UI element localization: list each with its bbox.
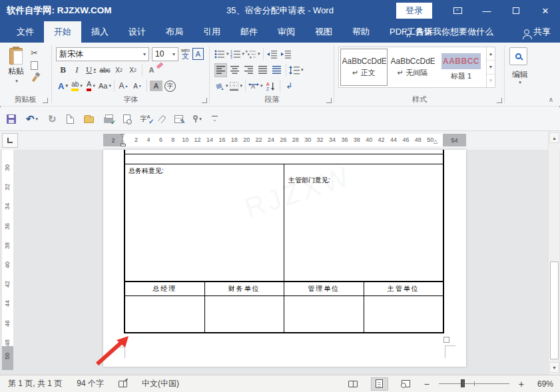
page-count-status[interactable]: 第 1 页, 共 1 页 — [8, 378, 62, 389]
word-count-status[interactable]: 94 个字 — [77, 378, 104, 389]
maximize-button[interactable] — [501, 0, 531, 21]
sign-empty-cell[interactable] — [205, 296, 285, 332]
vertical-scrollbar[interactable]: ▲ ▼ — [548, 131, 559, 375]
change-case-button[interactable]: Aa▾ — [99, 79, 111, 93]
table-row-partial[interactable] — [125, 150, 443, 154]
ribbon-display-options-button[interactable]: ⌃ — [443, 0, 472, 21]
character-border-icon[interactable]: A — [192, 48, 204, 60]
underline-button[interactable]: U▾ — [85, 63, 97, 77]
right-indent-marker[interactable]: △ — [433, 139, 437, 144]
style-card-3[interactable]: AABBCC标题 1 — [437, 49, 485, 86]
clear-formatting-icon[interactable]: A — [145, 63, 158, 77]
attach-button[interactable] — [160, 115, 164, 123]
shrink-font-button[interactable]: A▼ — [131, 79, 144, 93]
font-size-combo[interactable]: 10 ▾ — [152, 47, 178, 61]
spelling-button[interactable]: 字A — [140, 114, 150, 122]
grow-font-button[interactable]: A▲ — [117, 79, 130, 93]
line-spacing-button[interactable]: ▾ — [289, 63, 304, 77]
find-button[interactable] — [509, 47, 527, 65]
decrease-indent-button[interactable] — [266, 47, 279, 61]
superscript-button[interactable]: X2 — [127, 63, 139, 77]
style-scroll-down-icon[interactable]: ▼ — [487, 60, 495, 73]
scrollbar-thumb[interactable] — [550, 262, 559, 359]
document-page[interactable]: RJZXW 总务科意见: 主管部门意见: 总经理财务单位管理单位主管单位 — [103, 150, 466, 367]
distribute-button[interactable] — [270, 63, 283, 77]
sign-header-cell[interactable]: 主管单位 — [364, 282, 443, 295]
tab-insert[interactable]: 插入 — [81, 21, 119, 43]
tab-home[interactable]: 开始 — [44, 21, 81, 43]
align-center-button[interactable] — [228, 63, 241, 77]
zoom-slider-handle[interactable] — [461, 379, 465, 387]
strikethrough-button[interactable]: abc — [99, 63, 111, 77]
format-painter-icon[interactable] — [32, 76, 37, 83]
numbered-list-button[interactable]: 123 ▾ — [230, 47, 245, 61]
cut-icon[interactable]: ✂ — [31, 48, 39, 58]
proofing-book-icon[interactable] — [119, 381, 127, 387]
save-button[interactable] — [7, 114, 16, 124]
tab-references[interactable]: 引用 — [193, 21, 230, 43]
print-preview-button[interactable] — [123, 114, 131, 123]
subscript-button[interactable]: X2 — [113, 63, 125, 77]
sign-header-cell[interactable]: 管理单位 — [284, 282, 364, 295]
sign-empty-cell[interactable] — [284, 296, 364, 332]
tab-file[interactable]: 文件 — [7, 21, 44, 43]
multilevel-list-button[interactable]: ▾ — [246, 47, 260, 61]
share-button[interactable]: 共享 — [524, 21, 551, 43]
close-button[interactable]: ✕ — [531, 0, 560, 21]
left-indent-marker[interactable] — [121, 144, 126, 146]
shading-button[interactable]: ▾ — [214, 79, 228, 93]
enclose-characters-icon[interactable]: 字 — [164, 81, 176, 92]
style-card-1[interactable]: AaBbCcDdE↵ 正文 — [340, 49, 388, 86]
show-marks-button[interactable]: ↲ — [283, 79, 296, 93]
login-button[interactable]: 登录 — [396, 3, 432, 19]
first-line-indent-marker[interactable]: ▽ — [121, 133, 125, 138]
bold-button[interactable]: B — [57, 63, 69, 77]
increase-indent-button[interactable] — [280, 47, 293, 61]
phonetic-guide-icon[interactable]: wén文 — [181, 48, 190, 60]
styles-dialog-launcher[interactable] — [497, 98, 502, 103]
collapse-ribbon-button[interactable]: ∧ — [549, 96, 553, 103]
read-mode-button[interactable] — [344, 377, 362, 391]
tab-layout[interactable]: 布局 — [156, 21, 193, 43]
text-effects-button[interactable]: A▾ — [57, 79, 69, 93]
character-shading-button[interactable]: A — [150, 81, 162, 91]
font-name-combo[interactable]: 新宋体 ▾ — [56, 47, 149, 61]
zoom-out-button[interactable]: − — [424, 379, 429, 389]
font-color-button[interactable]: A▾ — [85, 79, 97, 93]
open-button[interactable] — [84, 114, 94, 123]
tab-design[interactable]: 设计 — [119, 21, 156, 43]
bullet-list-button[interactable]: ▾ — [214, 47, 229, 61]
italic-button[interactable]: I — [71, 63, 83, 77]
draw-table-button[interactable] — [174, 115, 183, 123]
touch-mode-button[interactable]: ▾ — [193, 115, 202, 122]
clipboard-dialog-launcher[interactable] — [43, 98, 48, 103]
zoom-slider[interactable] — [439, 383, 509, 384]
general-affairs-opinion-cell[interactable]: 总务科意见: — [125, 164, 284, 281]
sign-header-cell[interactable]: 总经理 — [125, 282, 205, 295]
justify-button[interactable] — [256, 63, 269, 77]
asian-layout-button[interactable]: A ▾ — [248, 79, 263, 93]
language-status[interactable]: 中文(中国) — [142, 378, 179, 389]
sort-button[interactable]: AZ — [264, 79, 277, 93]
minimize-button[interactable]: — — [472, 0, 501, 21]
customize-qat-button[interactable]: ⌄ — [212, 116, 218, 122]
align-right-button[interactable] — [242, 63, 255, 77]
supervisor-dept-opinion-cell[interactable]: 主管部门意见: — [284, 164, 443, 281]
tell-me-box[interactable]: 告诉我你想要做什么 — [405, 21, 493, 43]
paste-button[interactable]: 粘贴 ▾ — [3, 47, 29, 98]
quick-print-button[interactable] — [104, 114, 113, 123]
tab-help[interactable]: 帮助 — [342, 21, 380, 43]
align-left-button[interactable] — [214, 63, 227, 77]
zoom-in-button[interactable]: + — [519, 379, 524, 389]
print-layout-button[interactable] — [371, 377, 388, 391]
style-gallery-expand-icon[interactable]: ▿ — [487, 74, 495, 87]
table-row-partial[interactable] — [125, 154, 443, 164]
undo-button[interactable]: ↶▾ — [26, 113, 38, 125]
sign-empty-cell[interactable] — [125, 296, 205, 332]
paragraph-dialog-launcher[interactable] — [326, 98, 332, 103]
tab-view[interactable]: 视图 — [305, 21, 342, 43]
style-card-2[interactable]: AaBbCcDdE↵ 无间隔 — [389, 49, 436, 86]
sign-header-cell[interactable]: 财务单位 — [205, 282, 285, 295]
font-dialog-launcher[interactable] — [202, 98, 207, 103]
zoom-percentage[interactable]: 69% — [533, 379, 553, 389]
